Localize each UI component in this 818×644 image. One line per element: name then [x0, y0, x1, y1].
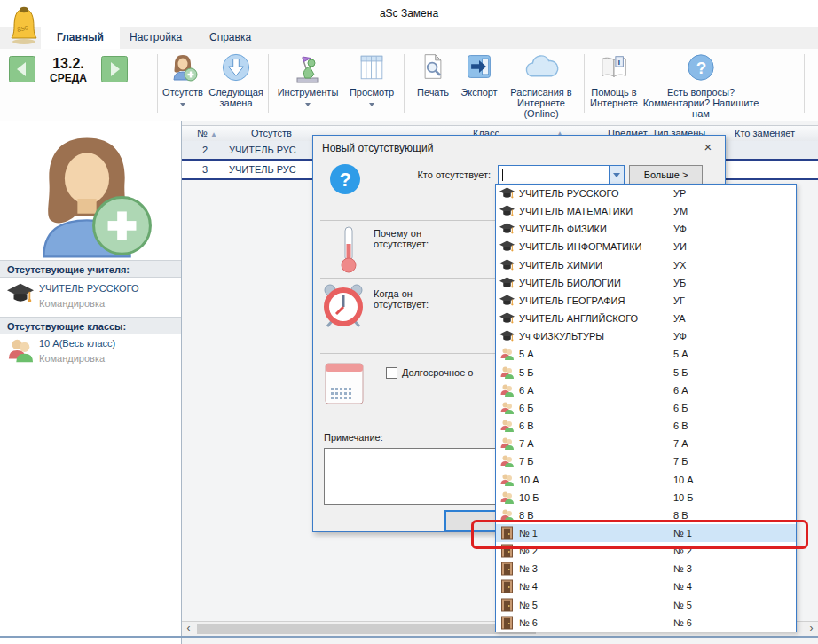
longterm-label: Долгосрочное о	[402, 367, 473, 378]
absent-teacher-reason: Командировка	[39, 298, 105, 309]
dropdown-item[interactable]: 6 Б6 Б	[496, 399, 796, 417]
dialog-title: Новый отсутствующий	[322, 142, 433, 154]
dropdown-item[interactable]: № 6№ 6	[496, 614, 796, 632]
svg-text:?: ?	[340, 169, 351, 191]
door-icon	[499, 579, 515, 593]
dropdown-item-code: 7 Б	[673, 456, 688, 467]
dropdown-item[interactable]: Уч ФИЗКУЛЬТУРЫУФ	[496, 327, 796, 345]
dropdown-item[interactable]: УЧИТЕЛЬ ГЕОГРАФИЯУГ	[496, 292, 796, 310]
dropdown-item[interactable]: № 4№ 4	[496, 577, 796, 595]
dropdown-item-name: № 6	[519, 617, 538, 628]
dropdown-item-name: 6 В	[519, 420, 534, 431]
tabstrip: Главный Настройка Справка	[0, 27, 818, 49]
row-number: 2	[202, 145, 208, 155]
app-logo-bell-icon: asc	[9, 5, 39, 44]
column-header-absent[interactable]: Отсутств	[251, 128, 292, 138]
dropdown-item-name: 7 Б	[519, 456, 533, 467]
column-header-substitute[interactable]: Кто заменяет	[735, 128, 795, 138]
dropdown-item[interactable]: 10 А10 А	[496, 471, 796, 489]
dropdown-item[interactable]: 6 А6 А	[496, 381, 796, 399]
add-absent-teacher-avatar[interactable]	[20, 131, 154, 259]
tab-settings[interactable]: Настройка	[114, 27, 198, 49]
row-number: 3	[202, 164, 208, 175]
dropdown-item-name: 10 А	[519, 475, 539, 485]
print-preview-icon	[419, 52, 447, 86]
graduation-cap-icon	[499, 204, 515, 218]
dropdown-item[interactable]: 7 А7 А	[496, 435, 796, 452]
previous-day-button[interactable]	[9, 56, 35, 82]
view-label: Просмотр	[350, 87, 394, 98]
tab-help[interactable]: Справка	[193, 27, 267, 49]
absent-class-item[interactable]: 10 А(Весь класс) Командировка	[0, 334, 181, 372]
absent-person-add-icon	[168, 52, 198, 86]
dropdown-item-name: № 3	[519, 563, 538, 574]
when-absent-label: Когда он отсутствует:	[374, 288, 453, 310]
dropdown-item[interactable]: 6 В6 В	[496, 417, 796, 435]
dropdown-item-code: УБ	[673, 278, 686, 288]
graduation-cap-icon	[499, 186, 515, 200]
dropdown-item-code: УФ	[673, 224, 687, 234]
dropdown-item-code: УГ	[673, 295, 685, 306]
scrollbar-thumb[interactable]	[197, 624, 536, 634]
dropdown-item-name: Уч ФИЗКУЛЬТУРЫ	[519, 331, 604, 342]
chevron-down-icon	[613, 173, 620, 177]
absent-teacher-item[interactable]: УЧИТЕЛЬ РУССКОГО Командировка	[0, 279, 181, 317]
door-icon	[499, 562, 515, 576]
dropdown-item[interactable]: УЧИТЕЛЬ ФИЗИКИУФ	[496, 220, 796, 238]
ribbon-separator	[804, 54, 805, 113]
dropdown-item-name: 6 А	[519, 385, 534, 396]
next-substitution-button[interactable]: Следующая замена	[206, 51, 266, 119]
more-button[interactable]: Больше >	[629, 165, 703, 185]
view-button[interactable]: Просмотр	[344, 51, 399, 119]
dropdown-item-code: 5 Б	[673, 367, 688, 378]
dropdown-item-name: 8 В	[519, 510, 534, 521]
class-people-icon	[499, 419, 515, 433]
dropdown-item[interactable]: УЧИТЕЛЬ РУССКОГОУР	[496, 185, 796, 202]
dropdown-item[interactable]: 7 Б7 Б	[496, 452, 796, 470]
online-timetables-button[interactable]: Расписания в Интернете (Online)	[502, 51, 580, 119]
dropdown-item-name: № 4	[519, 581, 538, 592]
export-arrow-icon	[465, 52, 493, 86]
dropdown-item[interactable]: УЧИТЕЛЬ АНГЛИЙСКОГОУА	[496, 310, 796, 327]
class-people-icon	[499, 383, 515, 397]
dropdown-item-code: УФ	[673, 331, 687, 342]
close-icon[interactable]: ×	[700, 139, 716, 154]
online-help-button[interactable]: i Помощь в Интернете	[587, 51, 641, 119]
who-absent-combobox[interactable]	[498, 165, 625, 185]
class-people-icon	[499, 365, 515, 380]
chevron-down-icon	[180, 103, 185, 106]
dropdown-item-code: № 5	[673, 600, 692, 610]
tools-button[interactable]: Инструменты	[271, 51, 344, 119]
dropdown-item[interactable]: 5 А5 А	[496, 345, 796, 363]
absent-button[interactable]: Отсутств	[160, 51, 206, 119]
tab-main[interactable]: Главный	[41, 27, 120, 49]
dropdown-item-name: 10 Б	[519, 492, 539, 503]
dropdown-item[interactable]: УЧИТЕЛЬ ИНФОРМАТИКИУИ	[496, 238, 796, 255]
tools-label: Инструменты	[278, 87, 339, 98]
dropdown-item[interactable]: 5 Б5 Б	[496, 364, 796, 381]
dropdown-item[interactable]: № 3№ 3	[496, 560, 796, 577]
scroll-right-icon[interactable]: ›	[805, 622, 818, 636]
dropdown-item[interactable]: № 5№ 5	[496, 596, 796, 614]
graduation-cap-icon	[499, 329, 515, 343]
bottom-border-line	[0, 636, 818, 638]
dropdown-item-code: 8 В	[673, 510, 688, 521]
dropdown-item[interactable]: УЧИТЕЛЬ ХИМИИУХ	[496, 256, 796, 274]
next-day-button[interactable]	[101, 56, 128, 82]
print-button[interactable]: Печать	[410, 51, 456, 119]
graduation-cap-icon	[499, 258, 515, 272]
longterm-checkbox[interactable]	[386, 367, 397, 379]
export-button[interactable]: Экспорт	[456, 51, 502, 119]
class-people-icon	[499, 347, 515, 361]
dropdown-item[interactable]: УЧИТЕЛЬ МАТЕМАТИКИУМ	[496, 202, 796, 220]
calendar-icon	[324, 361, 365, 405]
class-people-icon	[499, 436, 515, 451]
dropdown-item[interactable]: 10 Б10 Б	[496, 489, 796, 507]
ribbon-separator	[404, 54, 405, 113]
thermometer-icon	[340, 224, 358, 274]
dropdown-item[interactable]: УЧИТЕЛЬ БИОЛОГИИУБ	[496, 274, 796, 292]
column-header-number[interactable]: № ▲	[197, 128, 217, 138]
questions-feedback-button[interactable]: ? Есть вопросы? Комментарии? Напишите на…	[642, 51, 759, 119]
combobox-dropdown-button[interactable]	[609, 166, 624, 184]
scroll-left-icon[interactable]: ‹	[182, 622, 195, 636]
